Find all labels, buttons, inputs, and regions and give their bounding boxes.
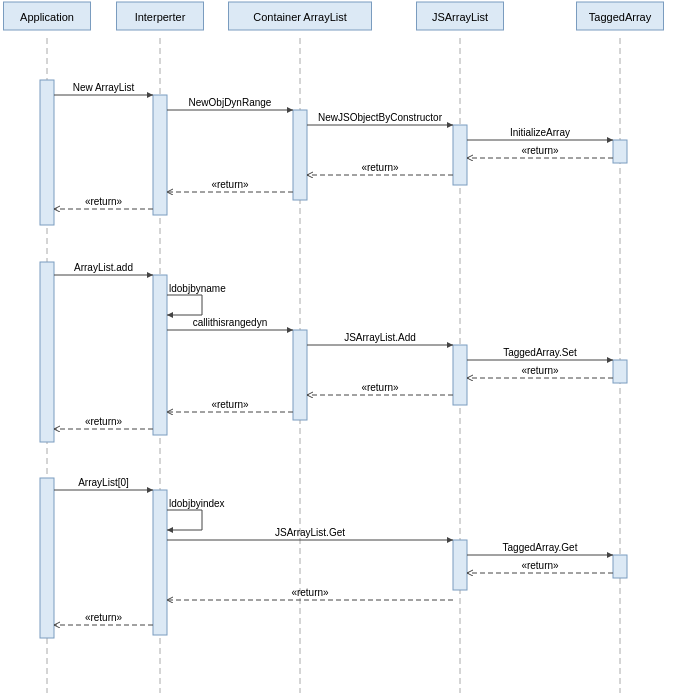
svg-text:«return»: «return» — [291, 587, 329, 598]
svg-rect-28 — [613, 555, 627, 578]
svg-text:TaggedArray.Get: TaggedArray.Get — [503, 542, 578, 553]
svg-rect-17 — [293, 110, 307, 200]
svg-text:ArrayList.add: ArrayList.add — [74, 262, 133, 273]
svg-text:Application: Application — [20, 11, 74, 23]
svg-text:«return»: «return» — [211, 399, 249, 410]
svg-rect-23 — [453, 345, 467, 405]
svg-text:«return»: «return» — [85, 416, 123, 427]
svg-rect-25 — [40, 478, 54, 638]
svg-text:TaggedArray.Set: TaggedArray.Set — [503, 347, 577, 358]
diagram-svg: ApplicationInterperterContainer ArrayLis… — [0, 0, 698, 693]
svg-text:JSArrayList.Get: JSArrayList.Get — [275, 527, 345, 538]
svg-text:Interperter: Interperter — [135, 11, 186, 23]
sequence-diagram: ApplicationInterperterContainer ArrayLis… — [0, 0, 698, 693]
svg-text:«return»: «return» — [521, 560, 559, 571]
svg-text:NewObjDynRange: NewObjDynRange — [189, 97, 272, 108]
svg-rect-21 — [153, 275, 167, 435]
svg-text:New ArrayList: New ArrayList — [73, 82, 135, 93]
svg-rect-19 — [613, 140, 627, 163]
svg-text:«return»: «return» — [361, 162, 399, 173]
svg-text:«return»: «return» — [211, 179, 249, 190]
svg-text:ldobjbyindex: ldobjbyindex — [169, 498, 225, 509]
svg-text:ArrayList[0]: ArrayList[0] — [78, 477, 129, 488]
svg-text:«return»: «return» — [521, 365, 559, 376]
svg-text:TaggedArray: TaggedArray — [589, 11, 652, 23]
svg-text:JSArrayList: JSArrayList — [432, 11, 488, 23]
svg-text:«return»: «return» — [521, 145, 559, 156]
svg-text:callithisrangedyn: callithisrangedyn — [193, 317, 268, 328]
svg-text:«return»: «return» — [361, 382, 399, 393]
svg-text:InitializeArray: InitializeArray — [510, 127, 570, 138]
svg-text:NewJSObjectByConstructor: NewJSObjectByConstructor — [318, 112, 443, 123]
svg-text:JSArrayList.Add: JSArrayList.Add — [344, 332, 416, 343]
svg-rect-20 — [40, 262, 54, 442]
svg-rect-24 — [613, 360, 627, 383]
svg-rect-16 — [153, 95, 167, 215]
svg-rect-22 — [293, 330, 307, 420]
svg-rect-27 — [453, 540, 467, 590]
svg-rect-26 — [153, 490, 167, 635]
svg-text:«return»: «return» — [85, 196, 123, 207]
svg-rect-15 — [40, 80, 54, 225]
svg-text:Container ArrayList: Container ArrayList — [253, 11, 347, 23]
svg-rect-18 — [453, 125, 467, 185]
svg-text:ldobjbyname: ldobjbyname — [169, 283, 226, 294]
svg-text:«return»: «return» — [85, 612, 123, 623]
